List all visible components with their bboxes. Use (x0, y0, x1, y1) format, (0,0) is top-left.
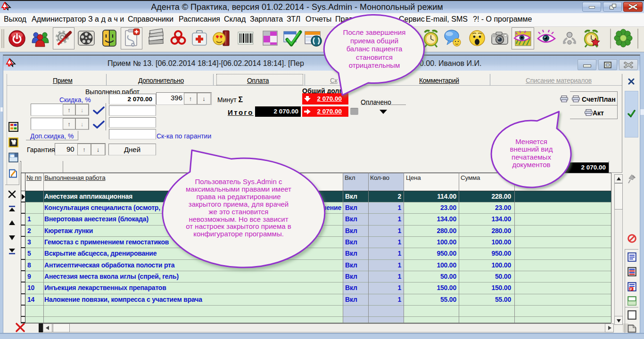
svg-text:P: P (630, 287, 632, 291)
